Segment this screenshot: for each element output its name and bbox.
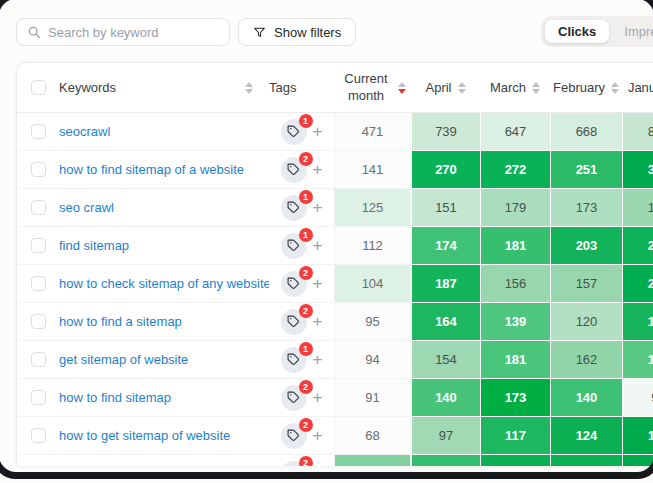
keyword-link[interactable]: how to find sitemap xyxy=(59,390,171,405)
add-tag-button[interactable]: + xyxy=(313,427,323,444)
table-row: find sitemap 1 + 112 174 181 203 207 xyxy=(17,227,653,265)
tags-button[interactable]: 1 xyxy=(281,195,307,221)
heat-cell: 120 xyxy=(550,303,622,341)
row-checkbox[interactable] xyxy=(31,276,46,291)
table-header-row: Keywords Tags Current month April March … xyxy=(17,63,653,113)
month-column-header-february[interactable]: February xyxy=(553,80,605,95)
add-tag-button[interactable]: + xyxy=(313,313,323,330)
keyword-link[interactable]: find sitemap xyxy=(59,238,129,253)
current-month-cell xyxy=(334,455,411,466)
tags-column-header: Tags xyxy=(269,80,296,95)
current-month-cell: 125 xyxy=(334,189,411,227)
heat-cell: 668 xyxy=(550,113,622,151)
add-tag-button[interactable]: + xyxy=(313,123,323,140)
current-month-cell: 104 xyxy=(334,265,411,303)
tags-button[interactable]: 1 xyxy=(281,347,307,373)
row-checkbox[interactable] xyxy=(31,162,46,177)
row-checkbox[interactable] xyxy=(31,238,46,253)
add-tag-button[interactable]: + xyxy=(313,161,323,178)
tag-count-badge: 2 xyxy=(299,380,313,394)
keyword-link[interactable]: get sitemap of website xyxy=(59,352,188,367)
keyword-link[interactable]: seo crawl xyxy=(59,200,114,215)
tag-count-badge: 2 xyxy=(299,152,313,166)
row-checkbox[interactable] xyxy=(31,200,46,215)
heat-cell: 326 xyxy=(622,151,653,189)
toolbar: Show filters Clicks Impressions xyxy=(0,0,653,62)
add-tag-button[interactable]: + xyxy=(313,237,323,254)
heat-cell: 203 xyxy=(550,227,622,265)
tag-icon xyxy=(287,391,300,404)
keyword-link[interactable]: how to find a sitemap xyxy=(59,314,182,329)
tags-button[interactable]: 2 xyxy=(281,461,307,466)
tags-button[interactable]: 1 xyxy=(281,233,307,259)
tags-button[interactable]: 1 xyxy=(281,119,307,145)
row-checkbox[interactable] xyxy=(31,124,46,139)
heat-cell: 174 xyxy=(411,227,480,265)
tags-button[interactable]: 2 xyxy=(281,157,307,183)
tag-count-badge: 2 xyxy=(299,266,313,280)
keyword-link[interactable]: how to get sitemap of website xyxy=(59,428,230,443)
tag-icon xyxy=(287,277,300,290)
row-checkbox[interactable] xyxy=(31,352,46,367)
heat-cell xyxy=(480,455,550,466)
heat-cell: 807 xyxy=(622,113,653,151)
search-input[interactable] xyxy=(48,25,219,40)
tags-button[interactable]: 2 xyxy=(281,385,307,411)
tags-button[interactable]: 2 xyxy=(281,309,307,335)
heat-cell: 97 xyxy=(411,417,480,455)
heat-cell: 139 xyxy=(480,303,550,341)
month-column-header-march[interactable]: March xyxy=(490,80,526,95)
add-tag-button[interactable]: + xyxy=(313,275,323,292)
tags-button[interactable]: 2 xyxy=(281,271,307,297)
table-row: get sitemap of website 1 + 94 154 181 16… xyxy=(17,341,653,379)
current-month-cell: 471 xyxy=(334,113,411,151)
tag-count-badge: 2 xyxy=(299,418,313,432)
tags-button[interactable]: 2 xyxy=(281,423,307,449)
keywords-column-header[interactable]: Keywords xyxy=(59,80,116,95)
heat-cell: 270 xyxy=(411,151,480,189)
add-tag-button[interactable]: + xyxy=(313,199,323,216)
keyword-search[interactable] xyxy=(16,18,230,46)
sort-current-month-icon[interactable] xyxy=(398,82,406,94)
row-checkbox[interactable] xyxy=(31,390,46,405)
add-tag-button[interactable]: + xyxy=(313,466,323,467)
keyword-link[interactable]: how to find sitemap of a website xyxy=(59,162,244,177)
row-checkbox[interactable] xyxy=(31,314,46,329)
heat-cell: 132 xyxy=(622,417,653,455)
sort-february-icon[interactable] xyxy=(611,82,619,94)
tag-count-badge: 1 xyxy=(299,342,313,356)
heat-cell: 97 xyxy=(622,379,653,417)
current-month-cell: 141 xyxy=(334,151,411,189)
month-column-header-april[interactable]: April xyxy=(425,80,451,95)
heat-cell: 151 xyxy=(411,189,480,227)
select-all-checkbox[interactable] xyxy=(31,80,46,95)
heat-cell: 117 xyxy=(480,417,550,455)
heat-cell: 157 xyxy=(550,265,622,303)
table-row: seocrawl 1 + 471 739 647 668 807 xyxy=(17,113,653,151)
table-row: how to find sitemap of a website 2 + 141… xyxy=(17,151,653,189)
heat-cell: 154 xyxy=(411,341,480,379)
month-column-header-january[interactable]: January xyxy=(628,80,653,95)
add-tag-button[interactable]: + xyxy=(313,351,323,368)
toggle-clicks[interactable]: Clicks xyxy=(545,20,609,43)
sort-keywords-icon[interactable] xyxy=(245,82,253,94)
heat-cell xyxy=(550,455,622,466)
toggle-impressions[interactable]: Impressions xyxy=(611,20,653,43)
heat-cell: 173 xyxy=(550,189,622,227)
heat-cell xyxy=(622,455,653,466)
sort-april-icon[interactable] xyxy=(458,82,466,94)
row-checkbox[interactable] xyxy=(31,428,46,443)
keyword-link[interactable]: how to check sitemap of any website xyxy=(59,276,269,291)
heat-cell: 220 xyxy=(622,265,653,303)
keyword-link[interactable]: seocrawl xyxy=(59,124,110,139)
heat-cell: 181 xyxy=(480,227,550,265)
current-month-column-header[interactable]: Current month xyxy=(339,71,393,104)
heat-cell: 181 xyxy=(480,341,550,379)
heat-cell: 177 xyxy=(622,341,653,379)
show-filters-button[interactable]: Show filters xyxy=(238,18,356,46)
table-row: how to get sitemap of website 2 + 68 97 … xyxy=(17,417,653,455)
sort-march-icon[interactable] xyxy=(532,82,540,94)
tag-icon xyxy=(287,429,300,442)
add-tag-button[interactable]: + xyxy=(313,389,323,406)
metric-toggle: Clicks Impressions xyxy=(541,16,653,47)
